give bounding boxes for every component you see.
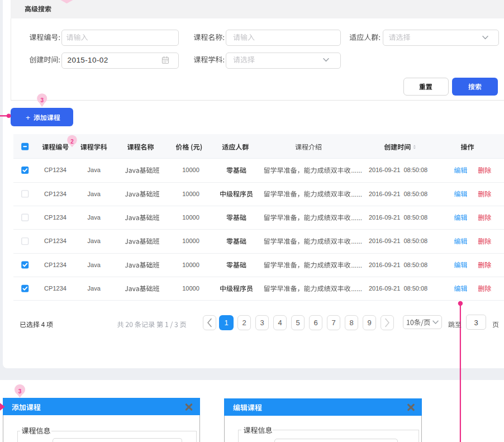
svg-text:3: 3 <box>40 97 44 103</box>
svg-text:......: ...... <box>351 262 362 269</box>
svg-text:2016-09-21 08:50:08: 2016-09-21 08:50:08 <box>369 237 427 244</box>
svg-text:10000: 10000 <box>182 237 199 244</box>
svg-text:......: ...... <box>351 285 362 293</box>
svg-text:5: 5 <box>296 319 299 327</box>
svg-text:7: 7 <box>331 319 335 327</box>
svg-text:1: 1 <box>224 319 228 327</box>
svg-text:2016-09-21 08:50:08: 2016-09-21 08:50:08 <box>369 214 427 221</box>
svg-text:2016-09-21 08:50:08: 2016-09-21 08:50:08 <box>369 262 427 268</box>
svg-text:......: ...... <box>351 191 362 198</box>
svg-text:3: 3 <box>474 319 478 327</box>
svg-text:......: ...... <box>351 214 362 222</box>
svg-text:Java: Java <box>88 167 101 173</box>
svg-text:2016-09-21 08:50:08: 2016-09-21 08:50:08 <box>369 167 427 173</box>
svg-text:Java: Java <box>88 214 101 221</box>
svg-text:6: 6 <box>313 319 317 327</box>
svg-text:+: + <box>26 113 30 122</box>
svg-text:2: 2 <box>242 319 246 327</box>
svg-text:10000: 10000 <box>182 214 199 221</box>
svg-text:Java: Java <box>88 285 101 292</box>
svg-text:10000: 10000 <box>182 285 199 292</box>
svg-text:10000: 10000 <box>182 262 199 268</box>
svg-text:Java: Java <box>88 191 101 197</box>
svg-text:10000: 10000 <box>182 191 199 197</box>
svg-text:CP1234: CP1234 <box>44 285 66 292</box>
svg-text:2: 2 <box>70 139 74 145</box>
svg-text:......: ...... <box>351 167 362 174</box>
svg-text:......: ...... <box>351 237 362 245</box>
svg-text:3: 3 <box>18 388 22 395</box>
svg-text:CP1234: CP1234 <box>44 191 66 197</box>
svg-text:2016-09-21 08:50:08: 2016-09-21 08:50:08 <box>369 191 427 197</box>
svg-text:8: 8 <box>349 319 353 327</box>
svg-text:9: 9 <box>367 319 371 327</box>
svg-text:Java: Java <box>88 237 101 244</box>
svg-text:CP1234: CP1234 <box>44 167 66 173</box>
svg-text:4: 4 <box>278 319 282 327</box>
svg-text:2015-10-02: 2015-10-02 <box>68 56 108 64</box>
svg-text:2016-09-21 08:50:08: 2016-09-21 08:50:08 <box>369 285 427 292</box>
svg-text:Java: Java <box>88 262 101 268</box>
svg-text:10000: 10000 <box>182 167 199 173</box>
svg-text:CP1234: CP1234 <box>44 237 66 244</box>
svg-text:CP1234: CP1234 <box>44 262 66 268</box>
svg-text:CP1234: CP1234 <box>44 214 66 221</box>
svg-text:3: 3 <box>260 319 264 327</box>
